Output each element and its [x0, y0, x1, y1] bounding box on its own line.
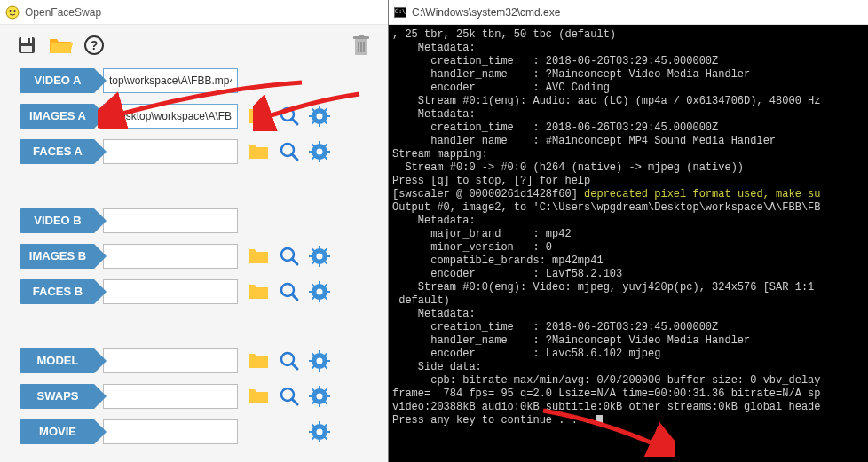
- svg-rect-32: [319, 158, 320, 162]
- gear-icon[interactable]: [309, 106, 330, 127]
- cmd-titlebar: C:\ C:\Windows\system32\cmd.exe: [389, 0, 868, 25]
- svg-rect-79: [319, 386, 320, 390]
- svg-rect-6: [21, 46, 32, 52]
- cmd-icon: C:\: [394, 7, 406, 18]
- cmd-title: C:\Windows\system32\cmd.exe: [412, 6, 560, 19]
- titlebar-text: OpenFaceSwap: [25, 6, 101, 19]
- label-model[interactable]: MODEL: [20, 348, 94, 373]
- svg-line-52: [292, 294, 297, 300]
- folder-icon[interactable]: [247, 142, 270, 161]
- svg-rect-92: [326, 431, 330, 433]
- svg-rect-70: [326, 360, 330, 362]
- row-swaps: SWAPS: [20, 381, 368, 411]
- label-swaps[interactable]: SWAPS: [20, 384, 94, 409]
- row-model: MODEL: [20, 346, 368, 376]
- folder-icon[interactable]: [247, 247, 270, 266]
- gear-icon[interactable]: [309, 350, 330, 372]
- folder-icon[interactable]: [247, 282, 270, 301]
- svg-rect-55: [319, 281, 320, 286]
- svg-line-16: [292, 119, 297, 124]
- label-video-b[interactable]: VIDEO B: [20, 208, 94, 233]
- svg-point-18: [317, 114, 323, 120]
- app-icon: [5, 5, 20, 20]
- label-faces-a[interactable]: FACES A: [20, 139, 94, 164]
- input-movie[interactable]: [103, 419, 238, 444]
- search-icon[interactable]: [279, 141, 300, 162]
- row-movie: MOVIE: [20, 417, 368, 447]
- svg-line-76: [292, 399, 297, 404]
- search-icon[interactable]: [279, 106, 300, 127]
- save-icon[interactable]: [16, 35, 37, 56]
- gear-icon[interactable]: [309, 421, 330, 442]
- svg-point-88: [317, 429, 323, 435]
- svg-point-66: [317, 358, 323, 364]
- svg-rect-69: [309, 360, 313, 362]
- svg-point-2: [14, 10, 16, 12]
- input-model[interactable]: [103, 348, 238, 373]
- svg-rect-44: [319, 262, 320, 267]
- input-swaps[interactable]: [103, 384, 238, 409]
- svg-point-54: [317, 289, 323, 295]
- svg-rect-5: [28, 38, 30, 43]
- label-faces-b[interactable]: FACES B: [20, 279, 94, 304]
- svg-rect-31: [319, 141, 320, 145]
- search-icon[interactable]: [279, 281, 300, 302]
- console-output: , 25 tbr, 25k tbn, 50 tbc (default) Meta…: [389, 25, 868, 462]
- row-images-b: IMAGES B: [20, 241, 368, 271]
- svg-rect-46: [326, 255, 330, 257]
- input-faces-b[interactable]: [103, 279, 238, 304]
- svg-rect-33: [309, 151, 313, 153]
- gear-icon[interactable]: [309, 281, 330, 302]
- svg-rect-43: [319, 246, 320, 250]
- svg-rect-58: [326, 291, 330, 293]
- input-images-a[interactable]: [103, 104, 238, 129]
- svg-rect-89: [319, 421, 320, 426]
- gear-icon[interactable]: [309, 246, 330, 267]
- svg-rect-90: [319, 438, 320, 442]
- row-video-a: VIDEO A: [20, 66, 368, 96]
- svg-rect-19: [319, 106, 320, 110]
- main-toolbar: ?: [0, 25, 388, 66]
- svg-point-42: [317, 254, 323, 260]
- rows-container: VIDEO A IMAGES A FACES A VIDEO B IMAGES: [0, 66, 388, 447]
- input-video-a[interactable]: [103, 68, 238, 93]
- svg-rect-91: [309, 431, 313, 433]
- svg-rect-82: [326, 395, 330, 397]
- folder-icon[interactable]: [247, 106, 270, 126]
- svg-point-0: [6, 6, 19, 19]
- input-images-b[interactable]: [103, 244, 238, 269]
- folder-icon[interactable]: [247, 351, 270, 371]
- svg-rect-81: [309, 395, 313, 397]
- row-faces-a: FACES A: [20, 137, 368, 167]
- search-icon[interactable]: [279, 350, 300, 372]
- label-images-a[interactable]: IMAGES A: [20, 104, 94, 129]
- titlebar: OpenFaceSwap: [0, 0, 388, 25]
- row-images-a: IMAGES A: [20, 101, 368, 131]
- svg-rect-21: [309, 115, 313, 117]
- svg-text:?: ?: [91, 38, 99, 52]
- openfaceswap-window: OpenFaceSwap ? VIDEO A IMAGES A: [0, 0, 388, 462]
- help-icon[interactable]: ?: [83, 35, 105, 56]
- gear-icon[interactable]: [309, 386, 330, 407]
- svg-rect-45: [309, 255, 313, 257]
- input-video-b[interactable]: [103, 208, 238, 233]
- search-icon[interactable]: [279, 246, 300, 267]
- cmd-window: C:\ C:\Windows\system32\cmd.exe , 25 tbr…: [388, 0, 868, 462]
- folder-icon[interactable]: [247, 387, 270, 406]
- svg-line-28: [292, 154, 297, 160]
- svg-rect-57: [309, 291, 313, 293]
- svg-rect-11: [359, 35, 364, 37]
- label-images-b[interactable]: IMAGES B: [20, 244, 94, 269]
- trash-icon[interactable]: [351, 34, 372, 57]
- label-movie[interactable]: MOVIE: [20, 419, 94, 444]
- svg-rect-34: [326, 151, 330, 153]
- gear-icon[interactable]: [309, 141, 330, 162]
- svg-rect-68: [319, 367, 320, 372]
- svg-rect-80: [319, 403, 320, 407]
- open-folder-icon[interactable]: [48, 35, 73, 56]
- input-faces-a[interactable]: [103, 139, 238, 164]
- svg-point-78: [317, 394, 323, 400]
- label-video-a[interactable]: VIDEO A: [20, 68, 94, 93]
- svg-point-1: [10, 10, 12, 12]
- search-icon[interactable]: [279, 386, 300, 407]
